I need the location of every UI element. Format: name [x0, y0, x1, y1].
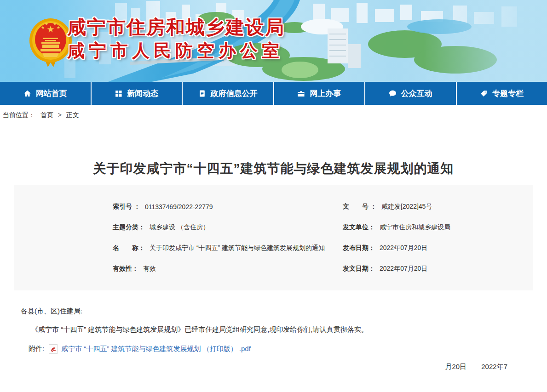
meta-label: 发文日期：	[343, 265, 375, 273]
document-paragraph: 《咸宁市 “十四五” 建筑节能与绿色建筑发展规划》已经市住建局党组研究同意,现印…	[24, 324, 519, 334]
nav-item-label: 政府信息公开	[211, 88, 258, 99]
nav-item-info-disclosure[interactable]: 政府信息公开	[183, 82, 274, 105]
meta-label: 发布日期：	[343, 244, 375, 252]
meta-value: 2022年07月20日	[380, 265, 427, 273]
briefcase-icon	[297, 90, 305, 97]
nav-item-label: 新闻动态	[127, 88, 158, 99]
meta-topic-category: 主题分类： 城乡建设 （含住房）	[113, 217, 343, 238]
breadcrumb-current: 正文	[66, 111, 79, 119]
nav-item-label: 网上办事	[310, 88, 341, 99]
main-nav: 网站首页 新闻动态 政府信息公开 网上办事 公众互动 专题专栏	[0, 82, 547, 105]
meta-value: 2022年07月20日	[380, 244, 427, 252]
meta-doc-number: 文 号 ： 咸建发[2022]45号	[343, 196, 533, 217]
page-title: 关于印发咸宁市“十四五”建筑节能与绿色建筑发展规划的通知	[0, 160, 547, 177]
meta-label: 索引号 ：	[113, 203, 140, 211]
nav-item-label: 公众互动	[401, 88, 432, 99]
meta-validity: 有效性： 有效	[113, 258, 343, 279]
breadcrumb-home-link[interactable]: 首页	[40, 111, 53, 119]
date-day-part: 月20日	[445, 363, 466, 370]
meta-doc-title: 名 称： 关于印发咸宁市 “十四五” 建筑节能与绿色建筑发展规划的通知	[113, 238, 343, 258]
nav-item-news[interactable]: 新闻动态	[92, 82, 183, 105]
document-body: 各县(市、区)住建局: 《咸宁市 “十四五” 建筑节能与绿色建筑发展规划》已经市…	[21, 306, 519, 371]
meta-value: 城乡建设 （含住房）	[150, 223, 209, 232]
nav-item-public-interaction[interactable]: 公众互动	[365, 82, 457, 105]
meta-label: 发文单位：	[343, 223, 375, 232]
nav-item-home[interactable]: 网站首页	[0, 82, 92, 105]
attachment-label: 附件:	[29, 344, 44, 354]
document-salutation: 各县(市、区)住建局:	[21, 306, 519, 316]
breadcrumb-separator: >	[58, 111, 62, 119]
meta-value: 咸宁市住房和城乡建设局	[380, 223, 450, 232]
meta-issue-date: 发文日期： 2022年07月20日	[343, 258, 533, 279]
nav-item-label: 网站首页	[36, 88, 67, 99]
speech-bubble-icon	[389, 90, 397, 97]
document-meta-grid: 索引号 ： 011337469/2022-22779 文 号 ： 咸建发[202…	[113, 196, 533, 279]
breadcrumb-prefix: 当前位置：	[3, 111, 35, 119]
meta-issuing-unit: 发文单位： 咸宁市住房和城乡建设局	[343, 217, 533, 238]
meta-value: 咸建发[2022]45号	[381, 203, 432, 211]
meta-label: 文 号 ：	[343, 203, 377, 211]
meta-index-number: 索引号 ： 011337469/2022-22779	[113, 196, 343, 217]
meta-value: 关于印发咸宁市 “十四五” 建筑节能与绿色建筑发展规划的通知	[150, 244, 325, 252]
document-icon	[198, 90, 206, 97]
meta-label: 有效性：	[113, 265, 138, 273]
meta-value: 011337469/2022-22779	[145, 203, 213, 210]
attachment-link[interactable]: 咸宁市 “十四五” 建筑节能与绿色建筑发展规划 （打印版） .pdf	[61, 344, 251, 354]
grid-icon	[115, 90, 122, 97]
meta-value: 有效	[143, 265, 156, 273]
home-icon	[23, 90, 31, 97]
site-title: 咸宁市住房和城乡建设局 咸宁市人民防空办公室	[67, 16, 285, 62]
meta-publish-date: 发布日期： 2022年07月20日	[343, 238, 533, 258]
org-name-line1: 咸宁市住房和城乡建设局	[67, 16, 285, 39]
document-date: 月20日 2022年7	[21, 363, 507, 371]
date-year-part: 2022年7	[481, 363, 507, 370]
nav-item-label: 专题专栏	[492, 88, 524, 99]
meta-label: 主题分类：	[113, 223, 145, 232]
attachment-row: 附件: 咸宁市 “十四五” 建筑节能与绿色建筑发展规划 （打印版） .pdf	[29, 344, 519, 354]
meta-label: 名 称：	[113, 244, 145, 252]
nav-item-online-services[interactable]: 网上办事	[274, 82, 366, 105]
breadcrumb: 当前位置： 首页 > 正文	[0, 105, 547, 124]
pdf-file-icon	[49, 344, 58, 354]
nav-item-special-topics[interactable]: 专题专栏	[457, 82, 547, 105]
org-name-line2: 咸宁市人民防空办公室	[67, 40, 285, 62]
tag-icon	[480, 90, 488, 97]
header-banner: 咸宁市住房和城乡建设局 咸宁市人民防空办公室	[0, 0, 547, 82]
document-meta-box: 索引号 ： 011337469/2022-22779 文 号 ： 咸建发[202…	[14, 185, 533, 290]
